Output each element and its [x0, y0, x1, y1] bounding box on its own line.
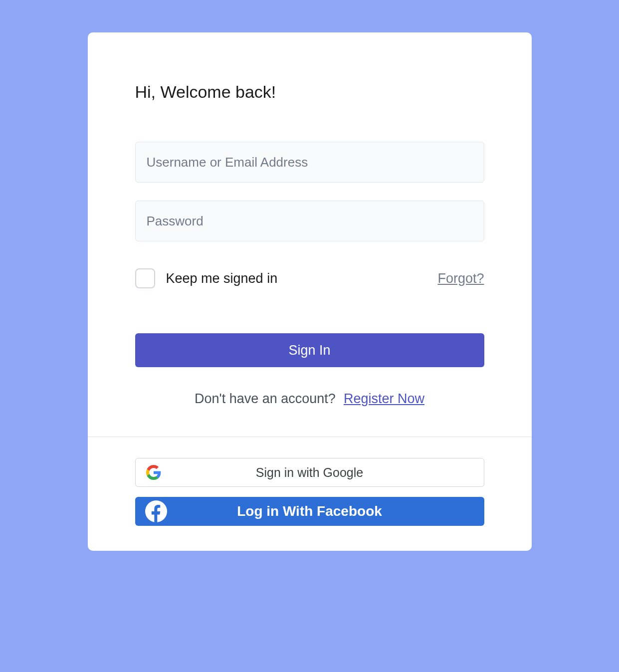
- facebook-icon: [145, 500, 167, 522]
- facebook-login-button[interactable]: Log in With Facebook: [135, 497, 484, 526]
- social-login-section: Sign in with Google Log in With Facebook: [88, 437, 532, 551]
- google-icon: [146, 464, 162, 480]
- keep-signed-in-group: Keep me signed in: [135, 268, 278, 288]
- google-signin-button[interactable]: Sign in with Google: [135, 458, 484, 487]
- facebook-login-label: Log in With Facebook: [135, 503, 484, 519]
- page-title: Hi, Welcome back!: [135, 82, 484, 102]
- keep-signed-in-checkbox[interactable]: [135, 268, 155, 288]
- register-row: Don't have an account? Register Now: [135, 391, 484, 407]
- options-row: Keep me signed in Forgot?: [135, 268, 484, 288]
- login-form-section: Hi, Welcome back! Keep me signed in Forg…: [88, 32, 532, 437]
- register-link[interactable]: Register Now: [344, 391, 424, 407]
- login-card: Hi, Welcome back! Keep me signed in Forg…: [88, 32, 532, 551]
- username-input[interactable]: [135, 142, 484, 183]
- no-account-text: Don't have an account?: [195, 391, 336, 407]
- sign-in-button[interactable]: Sign In: [135, 333, 484, 367]
- keep-signed-in-label: Keep me signed in: [166, 271, 278, 286]
- password-input[interactable]: [135, 201, 484, 241]
- google-signin-label: Sign in with Google: [136, 465, 484, 480]
- forgot-link[interactable]: Forgot?: [437, 271, 484, 286]
